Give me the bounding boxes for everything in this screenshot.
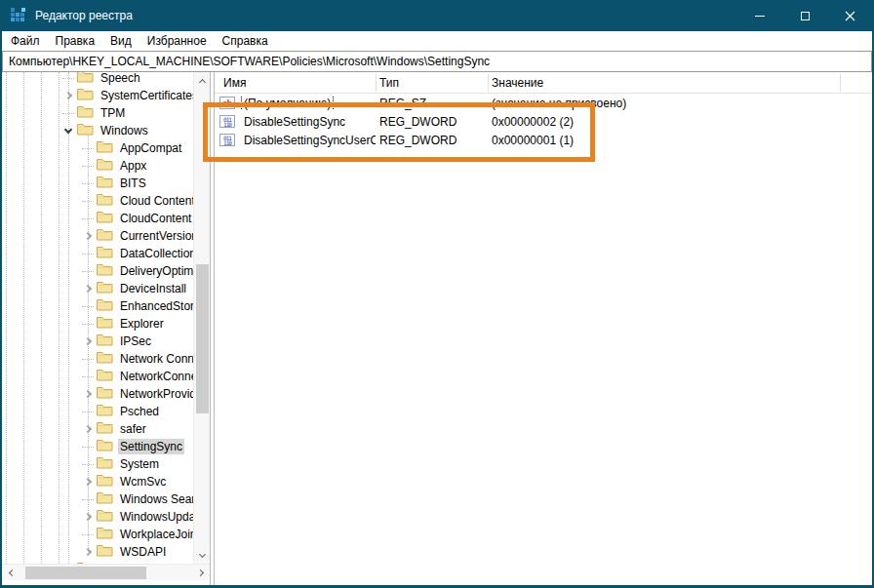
tree-item-label: WorkplaceJoin [118,527,198,542]
horizontal-scroll-thumb[interactable] [25,567,146,579]
tree-twisty[interactable] [80,246,96,261]
folder-icon [97,157,113,175]
tree-connector [82,324,94,325]
column-header-type[interactable]: Тип [376,72,488,94]
tree-item-appx[interactable]: Appx [2,157,210,175]
tree-connector [82,271,94,272]
folder-icon [97,245,113,262]
tree-item-label: DataCollection [118,246,198,261]
tree-twisty[interactable] [80,491,96,507]
tree-item-tpm[interactable]: TPM [2,104,210,122]
tree-item-cloudcontent[interactable]: CloudContent [2,210,210,227]
tree-item-speech[interactable]: Speech [2,72,210,87]
tree-twisty[interactable] [80,369,96,384]
window-title: Редактор реестра [35,9,737,22]
tree-twisty[interactable] [80,316,96,332]
tree-twisty[interactable] [60,105,76,121]
tree-item-enhancedstorag[interactable]: EnhancedStorag [2,297,210,315]
tree-twisty[interactable] [80,474,96,490]
tree-item-label: NetworkProvide [118,386,205,402]
tree-twisty[interactable] [80,140,96,156]
column-header-name[interactable]: Имя [215,72,376,94]
minimize-button[interactable] [737,0,782,31]
scroll-left-button[interactable] [2,565,19,581]
tree-item-ipsec[interactable]: IPSec [2,333,210,350]
column-divider[interactable] [488,74,489,92]
tree-twisty[interactable] [80,158,96,174]
tree-twisty[interactable] [80,298,96,314]
tree-twisty[interactable] [80,527,96,542]
tree-item-psched[interactable]: Psched [2,403,210,420]
tree-twisty[interactable] [60,72,76,86]
column-divider[interactable] [376,74,377,92]
tree-twisty[interactable] [80,263,96,279]
chevron-right-icon [84,425,92,433]
registry-value-row[interactable]: 011110 DisableSettingSync REG_DWORD 0x00… [215,112,872,131]
tree-twisty[interactable] [80,176,96,191]
folder-icon [97,139,113,157]
tree-twisty[interactable] [80,386,96,402]
tree-item-wcmsvc[interactable]: WcmSvc [2,473,210,490]
chevron-right-icon [64,92,72,99]
tree-item-datacollection[interactable]: DataCollection [2,245,210,262]
tree-horizontal-scrollbar[interactable] [2,564,210,580]
registry-tree-panel: Speech SystemCertificates TPM [2,72,211,585]
menu-item-favorites[interactable]: Избранное [139,32,215,50]
tree-twisty[interactable] [80,509,96,525]
tree-twisty[interactable] [60,88,76,103]
tree-twisty[interactable] [80,456,96,472]
column-divider[interactable] [840,74,841,92]
tree-item-bits[interactable]: BITS [2,175,210,192]
menu-item-file[interactable]: Файл [3,32,48,50]
tree-twisty[interactable] [80,193,96,209]
tree-item-label: CurrentVersion [118,228,200,244]
tree-item-deviceinstall[interactable]: DeviceInstall [2,280,210,297]
tree-item-deliveryoptimiz[interactable]: DeliveryOptimiz [2,262,210,280]
menu-item-edit[interactable]: Правка [48,32,103,50]
vertical-scroll-thumb[interactable] [196,264,209,413]
close-button[interactable] [827,0,872,31]
tree-item-cloud-content[interactable]: Cloud Content [2,192,210,210]
scroll-right-button[interactable] [193,565,210,581]
maximize-button[interactable] [782,0,827,31]
tree-item-windows-search[interactable]: Windows Search [2,490,210,508]
menu-item-help[interactable]: Справка [215,32,276,50]
tree-twisty[interactable] [80,421,96,437]
tree-item-system[interactable]: System [2,455,210,473]
tree-item-workplacejoin[interactable]: WorkplaceJoin [2,526,210,543]
scroll-up-button[interactable] [194,72,211,89]
tree-item-safer[interactable]: safer [2,420,210,438]
tree-item-systemcertificates[interactable]: SystemCertificates [2,87,210,104]
tree-item-wsdapi[interactable]: WSDAPI [2,543,210,561]
tree-item-appcompat[interactable]: AppCompat [2,139,210,157]
tree-twisty[interactable] [80,439,96,454]
registry-app-icon[interactable] [11,8,26,23]
registry-path-field[interactable]: Компьютер\HKEY_LOCAL_MACHINE\SOFTWARE\Po… [2,51,872,72]
registry-value-row[interactable]: 011110 DisableSettingSyncUserO... REG_DW… [215,131,872,149]
tree-twisty[interactable] [80,351,96,367]
tree-twisty[interactable] [80,544,96,560]
registry-value-row[interactable]: ab (По умолчанию) REG_SZ (значение не пр… [215,94,872,112]
tree-twisty[interactable] [80,333,96,349]
tree-item-currentversion[interactable]: CurrentVersion [2,227,210,245]
tree-item-settingsync[interactable]: SettingSync [2,438,210,455]
tree-item-windowsupdate[interactable]: WindowsUpdate [2,508,210,526]
scroll-down-button[interactable] [194,547,211,564]
tree-twisty[interactable] [80,281,96,296]
tree-item-explorer[interactable]: Explorer [2,315,210,333]
tree-twisty[interactable] [60,123,76,138]
tree-item-networkconnec[interactable]: NetworkConnec [2,368,210,385]
value-data: 0x00000002 (2) [488,115,872,129]
tree-twisty[interactable] [80,211,96,226]
folder-icon [97,350,113,368]
tree-item-windows[interactable]: Windows [2,122,210,139]
tree-twisty[interactable] [80,228,96,244]
title-bar: Редактор реестра [2,0,872,31]
tree-vertical-scrollbar[interactable] [193,72,210,564]
tree-twisty[interactable] [80,404,96,419]
menu-item-view[interactable]: Вид [102,32,139,50]
tree-item-networkprovide[interactable]: NetworkProvide [2,385,210,403]
folder-icon [97,385,113,403]
column-header-value[interactable]: Значение [488,72,840,94]
tree-item-network-conne[interactable]: Network Conne [2,350,210,368]
